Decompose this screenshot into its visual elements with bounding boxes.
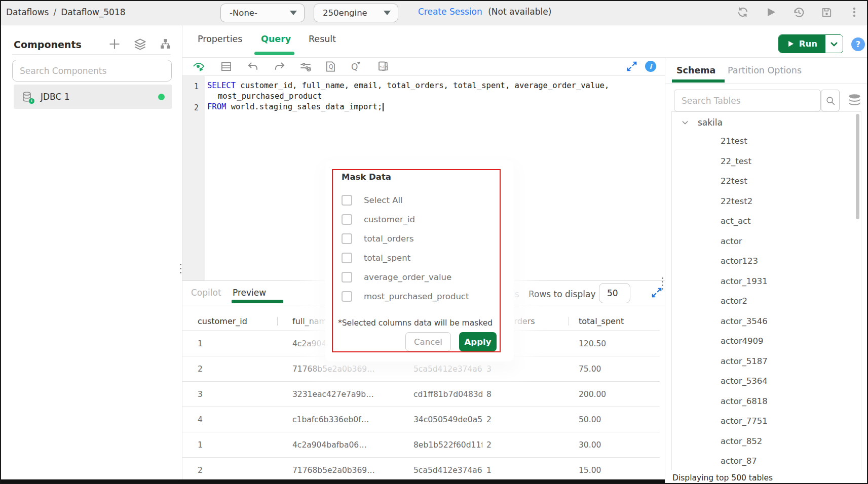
tab-query[interactable]: Query xyxy=(261,34,291,44)
scrollbar-thumb[interactable] xyxy=(856,114,859,219)
schema-table-item[interactable]: actor2 xyxy=(672,291,861,311)
tab-partition-options[interactable]: Partition Options xyxy=(728,65,802,75)
code-doc-icon[interactable]: </> xyxy=(378,60,390,72)
schema-table-item[interactable]: 21test xyxy=(672,131,861,151)
schema-table-item[interactable]: actor xyxy=(672,231,861,252)
search-icon[interactable] xyxy=(821,90,840,111)
tables-count-footer: Displaying top 500 tables xyxy=(672,473,773,482)
expand-preview-icon[interactable] xyxy=(651,287,662,298)
sidebar-resize-handle[interactable] xyxy=(180,264,181,273)
top-bar: Dataflows / Dataflow_5018 -None- 250engi… xyxy=(1,1,867,25)
breadcrumb: Dataflows / Dataflow_5018 xyxy=(6,7,126,17)
svg-text:</>: </> xyxy=(380,64,388,68)
search-tables-input[interactable] xyxy=(674,90,821,111)
schema-table-item[interactable]: actor123 xyxy=(672,251,861,271)
schema-table-item[interactable]: actor_852 xyxy=(672,431,861,452)
checkbox[interactable] xyxy=(342,214,352,225)
schema-table-item[interactable]: actor_3546 xyxy=(672,311,861,332)
undo-icon[interactable] xyxy=(247,60,259,72)
run-button-group: Run xyxy=(778,34,843,53)
redo-icon[interactable] xyxy=(274,60,286,72)
create-session-link[interactable]: Create Session xyxy=(418,7,482,17)
save-icon[interactable] xyxy=(820,6,833,19)
checkbox[interactable] xyxy=(342,253,352,263)
checkbox[interactable] xyxy=(342,195,352,206)
breadcrumb-current: Dataflow_5018 xyxy=(61,7,125,17)
more-icon[interactable] xyxy=(848,6,861,19)
run-icon[interactable] xyxy=(764,6,777,19)
schema-root-label: sakila xyxy=(698,117,723,128)
version-dropdown[interactable]: -None- xyxy=(220,4,305,22)
table-cell: 2 xyxy=(482,432,569,457)
window-bottom-edge xyxy=(1,479,665,483)
hierarchy-icon[interactable] xyxy=(159,37,172,51)
run-button[interactable]: Run xyxy=(779,35,825,53)
table-cell: 2 xyxy=(182,458,277,480)
schema-table-item[interactable]: act_act xyxy=(672,211,861,231)
rows-to-display-input[interactable] xyxy=(599,283,630,303)
modal-note: *Selected columns data will be masked xyxy=(338,318,493,328)
table-cell: 3 xyxy=(182,382,277,407)
table-cell: 1 xyxy=(482,458,569,480)
history-icon[interactable] xyxy=(792,6,805,19)
mask-option-row: most_purchased_product xyxy=(342,287,499,306)
schema-root-sakila[interactable]: sakila xyxy=(672,112,861,130)
table-cell: 200.00 xyxy=(569,382,660,407)
schema-table-item[interactable]: 22_test xyxy=(672,151,861,172)
run-options-button[interactable] xyxy=(825,35,843,53)
apply-button[interactable]: Apply xyxy=(459,332,497,351)
query-settings-icon[interactable] xyxy=(299,60,312,72)
schema-table-item[interactable]: 22test2 xyxy=(672,191,861,212)
schema-table-item[interactable]: actor_7751 xyxy=(672,411,861,431)
table-rows-icon[interactable] xyxy=(220,60,232,72)
schema-table-item[interactable]: actor_6818 xyxy=(672,391,861,412)
checkbox[interactable] xyxy=(342,233,352,244)
checkbox-label: customer_id xyxy=(364,215,415,224)
panel-resize-handle[interactable] xyxy=(662,277,663,290)
checkbox[interactable] xyxy=(342,272,352,283)
schema-table-item[interactable]: actor_87 xyxy=(672,451,861,471)
schema-table-item[interactable]: actor_5187 xyxy=(672,351,861,372)
help-icon[interactable]: ? xyxy=(851,37,865,51)
mask-data-modal: Mask Data Select Allcustomer_idtotal_ord… xyxy=(325,161,514,361)
search-components-input[interactable] xyxy=(12,60,172,82)
svg-text:Q: Q xyxy=(328,63,333,70)
database-icon: + xyxy=(21,91,33,103)
layers-icon[interactable] xyxy=(133,37,147,51)
expand-editor-icon[interactable] xyxy=(626,60,638,72)
schema-table-item[interactable]: 22test xyxy=(672,171,861,191)
schema-table-item[interactable]: actor_1931 xyxy=(672,271,861,292)
schema-table-item[interactable]: actor4909 xyxy=(672,331,861,351)
table-cell: 1 xyxy=(182,331,277,356)
tab-schema[interactable]: Schema xyxy=(676,65,715,75)
engine-dropdown[interactable]: 250engine xyxy=(314,4,398,22)
table-cell: 1 xyxy=(182,432,277,457)
table-cell: 4 xyxy=(182,407,277,432)
table-cell: 2 xyxy=(182,356,277,381)
breadcrumb-separator: / xyxy=(53,7,56,17)
table-row: 14c2a904bafba06…8eb1b522f60d11fa…230.00 xyxy=(182,432,660,458)
component-item-jdbc[interactable]: + JDBC 1 xyxy=(14,85,172,109)
active-tab-underline xyxy=(254,52,294,55)
tab-result[interactable]: Result xyxy=(309,34,336,44)
cancel-button[interactable]: Cancel xyxy=(405,332,451,351)
breadcrumb-dataflows-link[interactable]: Dataflows xyxy=(6,7,49,17)
info-icon[interactable]: i xyxy=(645,61,656,72)
tab-properties[interactable]: Properties xyxy=(198,34,242,44)
checkbox[interactable] xyxy=(342,291,352,302)
preview-eye-icon[interactable] xyxy=(193,60,205,72)
refresh-icon[interactable] xyxy=(736,6,749,19)
run-button-label: Run xyxy=(799,39,817,49)
query-tools-icon[interactable]: Q xyxy=(350,60,362,72)
database-stack-icon[interactable] xyxy=(846,92,863,109)
table-cell: cd1ff81b7d0483d6… xyxy=(404,382,482,407)
column-header-customer_id: customer_id xyxy=(182,311,277,331)
component-status-dot xyxy=(158,94,165,100)
tab-preview[interactable]: Preview xyxy=(233,288,266,298)
tab-copilot[interactable]: Copilot xyxy=(191,288,221,298)
chevron-down-icon xyxy=(681,118,689,127)
schema-table-item[interactable]: actor_5364 xyxy=(672,371,861,391)
add-component-icon[interactable] xyxy=(108,37,121,51)
query-doc-icon[interactable]: Q xyxy=(324,60,336,72)
table-cell: 15.00 xyxy=(569,458,660,480)
